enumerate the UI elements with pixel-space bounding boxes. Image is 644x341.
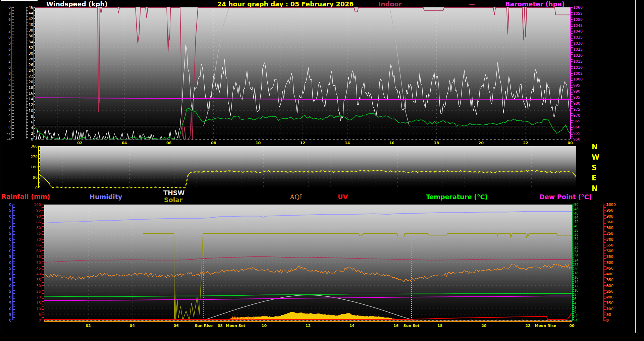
indoor-axis-label: 6 — [0, 77, 11, 81]
page-title: 24 hour graph day : 05 February 2026 — [217, 0, 354, 8]
solar-axis-label: 150 — [606, 301, 613, 305]
temp-axis-label: 28 — [574, 250, 579, 254]
border-right — [635, 0, 636, 333]
solar-axis-label: 0 — [606, 319, 609, 322]
wind-axis-label: 20 — [13, 80, 33, 84]
compass-letter-n-0: N — [592, 143, 598, 151]
x-axis-label-12: 12 — [300, 141, 305, 145]
wind-axis-label: 38 — [13, 29, 33, 32]
x-axis-label-sun-rise: Sun Rise — [195, 324, 213, 328]
temp-axis-label: 48 — [574, 207, 579, 211]
solar-axis-label: 650 — [606, 243, 613, 247]
baro-axis-label: 1015 — [573, 60, 583, 63]
temp-axis-label: 38 — [574, 229, 579, 232]
chart-mid — [40, 146, 577, 188]
x-axis-label-00: 00 — [569, 324, 574, 328]
wind-dir-axis-label: 180 — [17, 165, 38, 169]
temp-axis-label: -4 — [574, 319, 578, 322]
rain-axis-bar — [12, 205, 15, 320]
indoor-axis-label: 2 — [0, 90, 11, 93]
x-axis-label-18: 18 — [434, 141, 439, 145]
rain-axis-label: 0 — [0, 295, 11, 299]
solar-axis-label: 1000 — [606, 203, 616, 207]
indoor-axis-label: 4 — [0, 54, 11, 57]
wind-axis-label: 2 — [13, 132, 33, 135]
x-axis-label-06: 06 — [166, 141, 171, 145]
wind-axis-label: 28 — [13, 57, 33, 61]
wind-axis-label: 8 — [13, 115, 33, 118]
x-axis-label-06: 06 — [174, 324, 179, 328]
x-axis-label-moon-rise: Moon Rise — [535, 324, 556, 328]
rain-axis-label: 0 — [0, 319, 11, 322]
indoor-axis-label: 6 — [0, 18, 11, 21]
wind-dir-axis-label: 270 — [17, 155, 38, 159]
svg-text:Moon Set: Moon Set — [231, 316, 255, 321]
border-top-segment — [1, 0, 38, 1]
temp-axis-label: 40 — [574, 224, 579, 228]
wind-axis-label: 6 — [13, 120, 33, 124]
wind-axis-label: 16 — [13, 92, 33, 95]
humidity-axis-label: 100 — [21, 203, 41, 207]
solar-axis-label: 950 — [606, 209, 613, 212]
x-axis-label-02: 02 — [77, 141, 82, 145]
rain-axis-label: 0 — [0, 307, 11, 311]
rain-axis-label: 0 — [0, 261, 11, 265]
x-axis-label-08: 08 — [218, 324, 223, 328]
baro-axis-label: 1060 — [573, 6, 583, 9]
wind-axis-label: 32 — [13, 46, 33, 50]
baro-axis-label: 1000 — [573, 77, 583, 81]
indoor-axis-bar — [11, 7, 14, 139]
temp-axis-label: 16 — [574, 276, 579, 279]
baro-axis-label: 985 — [573, 96, 580, 99]
x-axis-label-moon-set: Moon Set — [226, 324, 245, 328]
windspeed-header-label: Windspeed (kph) — [46, 0, 108, 8]
humidity-axis-label: 45 — [21, 267, 41, 270]
indoor-header-label: Indoor — [378, 0, 402, 8]
solar-axis-label: 900 — [606, 215, 613, 218]
solar-axis-label: 750 — [606, 232, 613, 235]
wind-axis-label: 14 — [13, 97, 33, 101]
solar-axis-label: 500 — [606, 261, 613, 265]
temp-axis-label: 24 — [574, 259, 579, 262]
rain-axis-label: 5 — [0, 243, 11, 247]
indoor-axis-label: 2 — [0, 60, 11, 63]
wind-axis-label: 18 — [13, 86, 33, 90]
wind-axis-label: 46 — [13, 6, 33, 9]
rain-axis-label: 5 — [0, 267, 11, 270]
temp-axis-label: 42 — [574, 220, 579, 224]
x-axis-label-08: 08 — [211, 141, 216, 145]
wind-dir-axis-label: 90 — [17, 176, 38, 179]
x-axis-label-12: 12 — [306, 324, 311, 328]
rain-axis-label: 0 — [0, 226, 11, 230]
temp-axis-label: 8 — [574, 293, 576, 296]
wind-axis-label: 34 — [13, 40, 33, 44]
indoor-axis-label: -2 — [0, 131, 11, 135]
solar-axis-label: 350 — [606, 278, 613, 282]
compass-letter-n-4: N — [592, 184, 598, 192]
wind-axis-label: 10 — [13, 109, 33, 113]
x-axis-label-20: 20 — [479, 141, 484, 145]
x-axis-label-18: 18 — [437, 324, 442, 328]
baro-axis-label: 1055 — [573, 12, 583, 15]
baro-axis-label: 995 — [573, 83, 580, 87]
wind-dir-axis-label: 0 — [17, 186, 38, 190]
indoor-axis-label: 8 — [0, 72, 11, 75]
rain-axis-label: 0 — [0, 284, 11, 288]
humidity-axis-label: 95 — [21, 209, 41, 212]
chart-bot: Moon Set — [44, 205, 573, 324]
x-axis-label-04: 04 — [122, 141, 127, 145]
solar-axis-label: 600 — [606, 249, 613, 253]
baro-axis-label: 1050 — [573, 18, 583, 21]
wind-axis-label: 40 — [13, 23, 33, 26]
indoor-axis-label: 4 — [0, 114, 11, 117]
indoor-axis-label: 0 — [0, 36, 11, 39]
temp-axis-label: 22 — [574, 263, 579, 267]
temp-axis-label: 2 — [574, 306, 576, 309]
x-axis-label-04: 04 — [130, 324, 135, 328]
temp-axis-label: 44 — [574, 216, 579, 219]
indoor-axis-label: 0 — [0, 6, 11, 9]
indoor-axis-label: 8 — [0, 102, 11, 105]
indoor-axis-label: 6 — [0, 108, 11, 111]
baro-axis-label: 1035 — [573, 36, 583, 39]
x-axis-label-10: 10 — [262, 324, 267, 328]
